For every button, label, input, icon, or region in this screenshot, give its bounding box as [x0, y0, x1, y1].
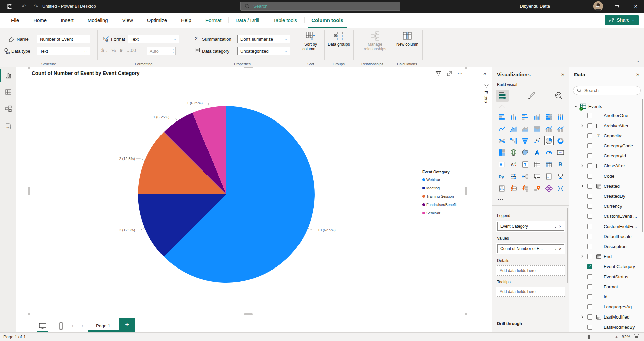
field-checkbox[interactable]	[587, 123, 592, 128]
field-checkbox[interactable]	[587, 143, 592, 148]
zoom-slider[interactable]	[558, 337, 612, 337]
minimize-button[interactable]	[589, 0, 606, 13]
page-tab[interactable]: Page 1	[88, 320, 119, 332]
card-icon[interactable]: 123	[556, 148, 565, 157]
funnel-chart-icon[interactable]	[521, 136, 530, 145]
field-checkbox[interactable]	[587, 325, 592, 330]
field-checkbox[interactable]	[587, 304, 592, 309]
menu-item-help[interactable]: Help	[174, 13, 198, 28]
field-checkbox[interactable]	[587, 234, 592, 239]
100-stacked-column-chart-icon[interactable]	[556, 112, 565, 122]
thousands-separator-button[interactable]: 9	[120, 48, 123, 53]
field-row-customeventf[interactable]: CustomEventF...	[569, 211, 644, 221]
field-checkbox[interactable]	[587, 254, 592, 259]
stepper-buttons[interactable]: ▲▼	[171, 47, 175, 55]
format-visual-tab[interactable]	[524, 90, 538, 102]
well-details[interactable]: Add data fields here	[496, 265, 565, 276]
field-row-lastmodified[interactable]: LastModified	[569, 312, 644, 322]
chevron-right-icon[interactable]	[581, 164, 587, 167]
percent-format-button[interactable]: %	[111, 48, 116, 53]
dax-query-view-button[interactable]: DAX	[0, 119, 16, 134]
table-icon[interactable]	[533, 160, 542, 169]
field-row-categorycode[interactable]: CategoryCode	[569, 141, 644, 151]
field-row-description[interactable]: Description	[569, 241, 644, 251]
new-column-button[interactable]: New column	[395, 31, 420, 47]
ribbon-chart-icon[interactable]	[497, 136, 507, 145]
field-row-archiveafter[interactable]: ArchiveAfter	[569, 120, 644, 131]
field-checkbox[interactable]	[587, 163, 592, 168]
field-checkbox[interactable]	[587, 113, 592, 118]
legend-item-webinar[interactable]: Webinar	[422, 175, 465, 184]
field-row-id[interactable]: Id	[569, 292, 644, 302]
goals-metrics-icon[interactable]	[556, 172, 565, 181]
field-pill-count-of-number-of-e[interactable]: Count of Number of E...⌄✕	[497, 244, 564, 253]
drag-handle[interactable]	[244, 67, 253, 68]
analytics-tab[interactable]	[552, 90, 565, 102]
field-checkbox[interactable]	[587, 184, 592, 189]
data-category-select[interactable]: Uncategorized⌄	[237, 47, 290, 55]
contextual-tab-format[interactable]: Format	[198, 13, 229, 28]
waterfall-chart-icon[interactable]	[509, 136, 518, 145]
redo-icon[interactable]: ↷	[32, 3, 40, 10]
field-checkbox[interactable]	[587, 174, 592, 179]
field-row-customfieldfr[interactable]: CustomFieldFr...	[569, 221, 644, 231]
mobile-layout-button[interactable]	[56, 321, 66, 331]
pie-chart-icon[interactable]	[544, 136, 554, 145]
clustered-column-chart-icon[interactable]	[533, 112, 542, 122]
donut-chart-icon[interactable]	[556, 136, 565, 145]
currency-format-button[interactable]: $ ⌄	[101, 48, 107, 53]
name-field[interactable]	[37, 35, 90, 43]
field-row-currency[interactable]: Currency	[569, 201, 644, 211]
build-visual-tab[interactable]	[496, 90, 509, 102]
chevron-right-icon[interactable]	[581, 124, 587, 127]
map-icon[interactable]	[509, 148, 518, 157]
paginated-report-icon[interactable]	[497, 184, 507, 193]
power-apps-visual-icon[interactable]: 123	[509, 184, 518, 193]
menu-item-modeling[interactable]: Modeling	[81, 13, 115, 28]
table-view-button[interactable]	[0, 85, 16, 99]
save-icon[interactable]	[6, 3, 13, 10]
q-and-a-icon[interactable]	[533, 172, 542, 181]
field-checkbox[interactable]	[587, 204, 592, 209]
chevron-right-icon[interactable]	[581, 184, 587, 188]
kpi-icon[interactable]: A	[509, 160, 518, 169]
well-tooltips[interactable]: Add data fields here	[496, 287, 565, 297]
field-checkbox[interactable]	[587, 244, 592, 249]
field-pill-event-category[interactable]: Event Category⌄✕	[497, 222, 564, 231]
resize-handle[interactable]	[465, 313, 467, 315]
stacked-bar-chart-icon[interactable]	[497, 112, 507, 122]
chevron-down-icon[interactable]	[574, 105, 578, 108]
sort-by-column-button[interactable]: Sort by column ⌄	[298, 31, 323, 52]
field-row-createdby[interactable]: CreatedBy	[569, 191, 644, 201]
field-checkbox[interactable]	[587, 294, 592, 299]
resize-handle[interactable]	[28, 67, 30, 69]
contextual-tab-data-drill[interactable]: Data / Drill	[228, 13, 266, 28]
field-row-categoryid[interactable]: CategoryId	[569, 151, 644, 161]
field-row-eventstatus[interactable]: EventStatus	[569, 272, 644, 282]
restore-button[interactable]	[608, 0, 625, 13]
field-checkbox[interactable]	[587, 314, 592, 320]
contextual-tab-table-tools[interactable]: Table tools	[266, 13, 304, 28]
decimal-places-button[interactable]: →.00	[127, 48, 136, 53]
legend-item-seminar[interactable]: Seminar	[422, 209, 465, 217]
menu-item-insert[interactable]: Insert	[54, 13, 81, 28]
fit-to-page-icon[interactable]	[634, 334, 639, 339]
drag-handle[interactable]	[28, 187, 30, 195]
share-button[interactable]: Share ⌄	[605, 15, 639, 25]
field-checkbox[interactable]	[587, 194, 592, 199]
field-checkbox[interactable]	[587, 224, 592, 229]
scrollbar-thumb[interactable]	[642, 99, 643, 232]
arcgis-map-icon[interactable]	[533, 184, 542, 193]
contextual-tab-column-tools[interactable]: Column tools	[304, 13, 351, 28]
chevron-down-icon[interactable]: ⌄	[554, 247, 557, 251]
gauge-icon[interactable]	[544, 148, 554, 157]
remove-field-icon[interactable]: ✕	[559, 225, 562, 228]
undo-icon[interactable]: ↶	[20, 3, 28, 10]
summarization-select[interactable]: Don't summarize⌄	[237, 35, 290, 43]
resize-handle[interactable]	[465, 67, 467, 69]
field-row-event-category[interactable]: ✓Event Category	[569, 261, 644, 272]
chevron-right-icon[interactable]	[581, 255, 587, 258]
desktop-layout-button[interactable]	[37, 321, 49, 331]
python-visual-icon[interactable]: Py	[497, 172, 507, 181]
area-chart-icon[interactable]	[509, 124, 518, 134]
